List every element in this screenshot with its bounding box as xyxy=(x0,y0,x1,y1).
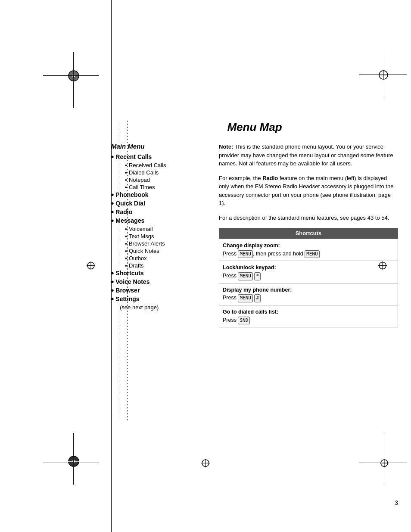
list-item: • Voicemail xyxy=(120,226,206,232)
shortcut-label: Change display zoom: xyxy=(223,243,280,249)
shortcut-detail: Press MENU, then press and hold MENU xyxy=(223,251,320,257)
note-label: Note: xyxy=(219,143,233,150)
list-item: • Quick Notes xyxy=(120,248,206,254)
menu-item-label: Recent Calls xyxy=(115,153,152,160)
list-item: • Radio xyxy=(111,208,206,216)
list-item: • Settings (see next page) xyxy=(111,296,206,311)
bullet-icon: • xyxy=(111,199,114,207)
list-item: • Outbox xyxy=(120,255,206,261)
shortcut-detail: Press SND xyxy=(223,317,250,323)
shortcuts-table: Shortcuts Change display zoom: Press MEN… xyxy=(219,228,398,327)
list-item: • Drafts xyxy=(120,262,206,269)
key-badge: # xyxy=(254,294,261,302)
bullet-icon: • xyxy=(125,184,127,190)
menu-item-label: Quick Dial xyxy=(115,200,145,207)
bullet-icon: • xyxy=(111,217,114,224)
list-item: • Messages • Voicemail • Text Msgs xyxy=(111,217,206,269)
menu-item-label: Phonebook xyxy=(115,191,148,198)
list-item: • Browser Alerts xyxy=(120,240,206,247)
list-item: • Recent Calls • Received Calls • Dialed… xyxy=(111,153,206,190)
menu-sub-label: Outbox xyxy=(129,255,147,261)
menu-sub-label: Voicemail xyxy=(129,226,153,232)
shortcut-detail: Press MENU # xyxy=(223,295,261,301)
table-cell: Change display zoom: Press MENU, then pr… xyxy=(219,239,398,261)
bullet-icon: • xyxy=(125,241,127,247)
menu-item-label: Shortcuts xyxy=(115,270,143,277)
bullet-icon: • xyxy=(125,162,127,168)
crosshair-h-tl xyxy=(43,75,99,76)
list-item: • Quick Dial xyxy=(111,200,206,207)
page-title: Menu Map xyxy=(111,121,398,134)
main-menu-heading: Main Menu xyxy=(111,143,206,150)
table-row: Lock/unlock keypad: Press MENU * xyxy=(219,261,398,283)
radio-label: Radio xyxy=(262,175,278,181)
list-item: • Call Times xyxy=(120,184,206,190)
shortcut-label: Lock/unlock keypad: xyxy=(223,264,276,271)
bullet-icon: • xyxy=(111,208,114,216)
menu-sub-label: Browser Alerts xyxy=(129,240,165,247)
main-menu-col: Main Menu • Recent Calls • Received Call… xyxy=(111,143,206,327)
menu-item-label: Messages xyxy=(115,217,144,224)
key-badge: MENU xyxy=(238,272,253,280)
page-number: 3 xyxy=(395,499,398,506)
bullet-icon: • xyxy=(125,233,127,240)
bullet-icon: • xyxy=(125,248,127,254)
list-item: • Phonebook xyxy=(111,191,206,199)
bullet-icon: • xyxy=(125,255,127,261)
table-cell: Display my phone number: Press MENU # xyxy=(219,283,398,305)
menu-item-label: Settings xyxy=(115,296,139,302)
key-badge: MENU xyxy=(238,294,253,302)
menu-sub-label: Text Msgs xyxy=(129,233,154,240)
key-badge: MENU xyxy=(305,250,320,258)
bullet-icon: • xyxy=(111,286,114,294)
menu-sub-label: Dialed Calls xyxy=(129,169,159,176)
bullet-icon: • xyxy=(111,153,114,161)
table-row: Change display zoom: Press MENU, then pr… xyxy=(219,239,398,261)
bullet-icon: • xyxy=(111,269,114,277)
list-item: • Voice Notes xyxy=(111,278,206,286)
reg-mark-tl xyxy=(67,69,81,83)
bullet-icon: • xyxy=(125,263,127,269)
settings-note: (see next page) xyxy=(111,304,206,311)
crosshair-h-bl xyxy=(43,463,99,463)
crosshair-v-tr xyxy=(384,52,384,99)
menu-item-label: Voice Notes xyxy=(115,278,149,285)
menu-sub-label: Call Times xyxy=(129,184,155,190)
list-item: • Shortcuts xyxy=(111,270,206,277)
key-badge: MENU xyxy=(238,250,253,258)
shortcut-label: Go to dialed calls list: xyxy=(223,309,278,315)
shortcut-label: Display my phone number: xyxy=(223,287,292,293)
table-row: Display my phone number: Press MENU # xyxy=(219,283,398,305)
bullet-icon: • xyxy=(125,177,127,183)
shortcut-detail: Press MENU * xyxy=(223,273,261,279)
note-paragraph-1: Note: This is the standard phone menu la… xyxy=(219,143,398,168)
list-item: • Notepad xyxy=(120,177,206,183)
bullet-icon: • xyxy=(125,226,127,232)
bullet-icon: • xyxy=(111,295,114,303)
reg-mark-bl xyxy=(67,454,81,468)
table-cell: Lock/unlock keypad: Press MENU * xyxy=(219,261,398,283)
bullet-icon: • xyxy=(125,170,127,176)
shortcuts-table-heading: Shortcuts xyxy=(219,228,398,239)
crosshair-v-bl xyxy=(73,433,74,485)
key-badge: * xyxy=(254,272,261,280)
svg-point-3 xyxy=(72,75,75,77)
crosshair-v-tl xyxy=(73,52,74,108)
menu-list: • Recent Calls • Received Calls • Dialed… xyxy=(111,153,206,311)
menu-item-label: Browser xyxy=(115,287,140,294)
note-paragraph-3: For a description of the standard menu f… xyxy=(219,214,398,222)
note-paragraph-2: For example, the Radio feature on the ma… xyxy=(219,174,398,208)
page-content: Menu Map Main Menu • Recent Calls • Rece… xyxy=(111,121,398,489)
list-item: • Text Msgs xyxy=(120,233,206,240)
menu-sub-label: Received Calls xyxy=(129,162,166,168)
crosshair-h-tr xyxy=(359,75,407,75)
bullet-icon: • xyxy=(111,278,114,286)
table-cell: Go to dialed calls list: Press SND xyxy=(219,305,398,327)
menu-sub-label: Quick Notes xyxy=(129,248,159,254)
key-badge: SND xyxy=(238,317,250,325)
list-item: • Browser xyxy=(111,287,206,294)
menu-item-label: Radio xyxy=(115,208,132,215)
menu-sub-label: Notepad xyxy=(129,177,150,183)
table-row: Go to dialed calls list: Press SND xyxy=(219,305,398,327)
menu-sub-label: Drafts xyxy=(129,262,144,269)
